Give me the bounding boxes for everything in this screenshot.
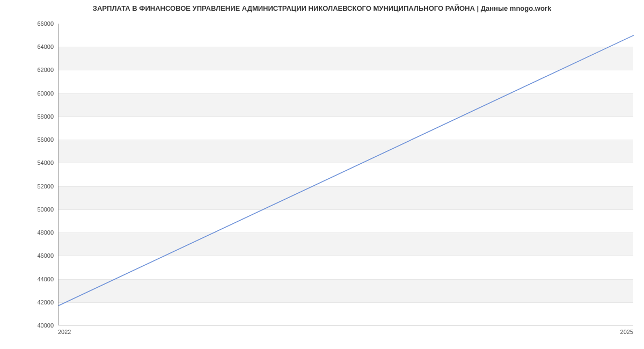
y-tick-label: 54000 [32,159,54,166]
series-line [58,35,634,306]
y-tick-label: 50000 [32,206,54,213]
chart-title: ЗАРПЛАТА В ФИНАНСОВОЕ УПРАВЛЕНИЕ АДМИНИС… [0,4,644,12]
y-tick-label: 42000 [32,299,54,306]
y-tick-label: 40000 [32,322,54,329]
y-tick-label: 62000 [32,67,54,73]
line-series [58,24,634,325]
y-tick-label: 56000 [32,136,54,143]
y-tick-label: 46000 [32,252,54,259]
plot-area [58,24,633,325]
y-tick-label: 60000 [32,90,54,97]
y-tick-label: 52000 [32,183,54,190]
y-tick-label: 58000 [32,113,54,120]
y-tick-label: 48000 [32,229,54,236]
y-tick-label: 64000 [32,43,54,50]
y-tick-label: 44000 [32,276,54,282]
x-tick-label: 2022 [58,329,71,335]
y-tick-label: 66000 [32,20,54,27]
chart-container: ЗАРПЛАТА В ФИНАНСОВОЕ УПРАВЛЕНИЕ АДМИНИС… [0,0,644,349]
x-tick-label: 2025 [620,329,633,335]
